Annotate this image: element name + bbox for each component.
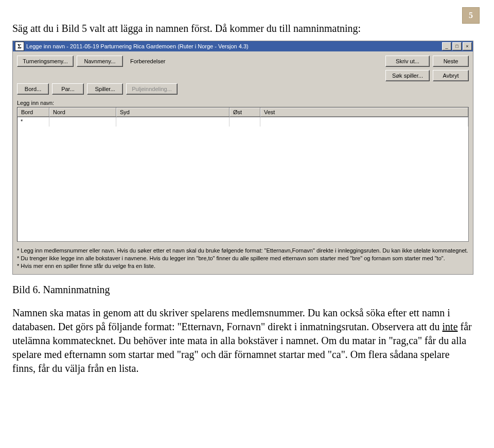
- skriv-ut-button[interactable]: Skriv ut...: [385, 56, 430, 67]
- table-header: Bord Nord Syd Øst Vest: [17, 107, 468, 117]
- maximize-button[interactable]: □: [452, 42, 462, 50]
- body-part-1: Namnen ska matas in genom att du skriver…: [12, 307, 450, 332]
- app-icon: Σ: [15, 42, 24, 51]
- forberedelser-label: Forberedelser: [126, 56, 169, 67]
- col-bord: Bord: [17, 107, 49, 117]
- col-vest: Vest: [260, 107, 468, 117]
- hint-line-1: * Legg inn medlemsnummer eller navn. Hvi…: [17, 247, 469, 255]
- minimize-button[interactable]: _: [442, 42, 451, 50]
- spiller-button[interactable]: Spiller...: [87, 83, 123, 95]
- titlebar: Σ Legge inn navn - 2011-05-19 Parturneri…: [13, 41, 473, 51]
- page-number: 5: [469, 11, 473, 20]
- col-ost: Øst: [230, 107, 260, 117]
- col-syd: Syd: [116, 107, 230, 117]
- cell-syd[interactable]: [116, 117, 230, 127]
- par-button[interactable]: Par...: [52, 83, 84, 95]
- body-paragraph: Namnen ska matas in genom att du skriver…: [12, 306, 473, 375]
- figure-caption: Bild 6. Namninmatning: [12, 284, 473, 296]
- bord-button[interactable]: Bord...: [17, 83, 49, 95]
- neste-button[interactable]: Neste: [433, 56, 469, 67]
- toolbar-row-1: Turneringsmeny... Navnmeny... Forberedel…: [13, 51, 473, 83]
- page-number-badge: 5: [462, 7, 480, 24]
- app-window: Σ Legge inn navn - 2011-05-19 Parturneri…: [12, 41, 473, 275]
- name-entry-table[interactable]: Bord Nord Syd Øst Vest *: [17, 107, 469, 242]
- cell-nord[interactable]: [49, 117, 116, 127]
- cell-bord[interactable]: *: [17, 117, 49, 127]
- cell-ost[interactable]: [230, 117, 260, 127]
- puljeinndeling-button[interactable]: Puljeinndeling...: [126, 83, 178, 95]
- cell-vest[interactable]: [260, 117, 468, 127]
- close-button[interactable]: ×: [463, 42, 472, 50]
- hint-line-3: * Hvis mer enn en spiller finne sfår du …: [17, 262, 469, 270]
- table-row[interactable]: *: [17, 117, 468, 127]
- avbryt-button[interactable]: Avbryt: [433, 70, 469, 81]
- sok-spiller-button[interactable]: Søk spiller...: [385, 70, 430, 81]
- col-nord: Nord: [49, 107, 116, 117]
- turneringsmeny-button[interactable]: Turneringsmeny...: [17, 56, 74, 67]
- hint-line-2: * Du trenger ikke legge inn alle bokstav…: [17, 255, 469, 262]
- window-title: Legge inn navn - 2011-05-19 Parturnering…: [26, 43, 441, 49]
- body-underline: inte: [443, 321, 458, 332]
- toolbar-row-2: Bord... Par... Spiller... Puljeinndeling…: [13, 83, 473, 98]
- legg-inn-navn-label: Legg inn navn:: [13, 98, 473, 107]
- intro-text: Säg att du i Bild 5 valt att lägga in na…: [12, 22, 414, 35]
- navnmeny-button[interactable]: Navnmeny...: [77, 56, 123, 67]
- hints-panel: * Legg inn medlemsnummer eller navn. Hvi…: [13, 245, 473, 274]
